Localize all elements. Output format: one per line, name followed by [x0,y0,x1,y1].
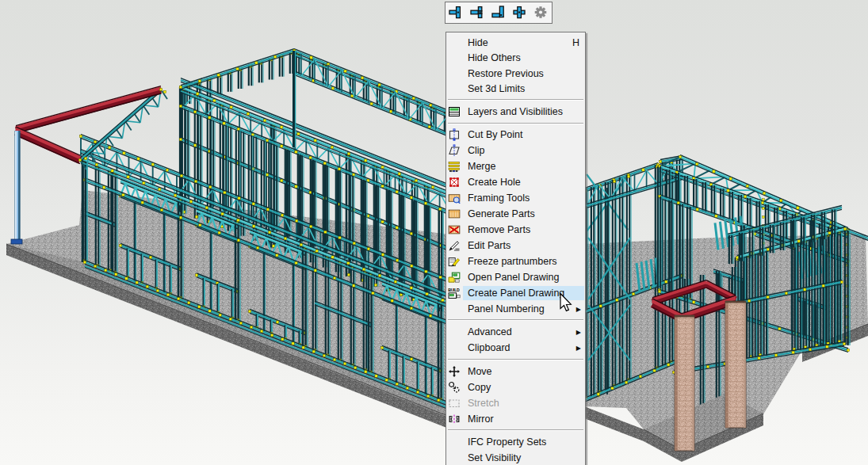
svg-text:BUILD: BUILD [448,288,460,292]
